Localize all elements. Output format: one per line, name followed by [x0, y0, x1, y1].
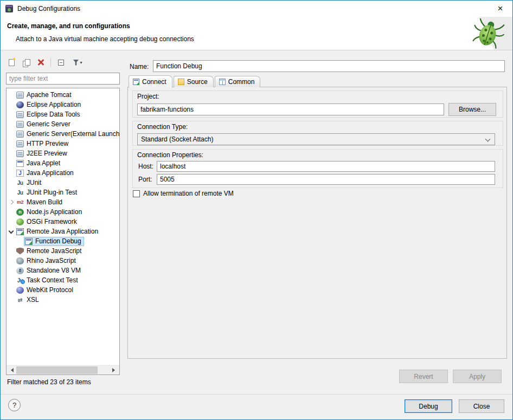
- tree-expander-spacer: [7, 90, 15, 100]
- help-button[interactable]: ?: [8, 399, 21, 411]
- tree-item-http-preview[interactable]: HTTP Preview: [7, 139, 119, 148]
- tree-item-eclipse-application[interactable]: Eclipse Application: [7, 100, 119, 109]
- tab-connect[interactable]: Connect: [129, 75, 172, 88]
- scroll-left-button[interactable]: [7, 366, 16, 374]
- tree-item-generic-server[interactable]: Generic Server: [7, 119, 119, 129]
- filter-options-button[interactable]: ▾: [69, 56, 86, 69]
- tree-item-label: Task Context Test: [27, 276, 78, 284]
- tree-item-apache-tomcat[interactable]: Apache Tomcat: [7, 90, 119, 100]
- tree-item-java-application[interactable]: Java Application: [7, 168, 119, 178]
- tree-item-eclipse-data-tools[interactable]: Eclipse Data Tools: [7, 109, 119, 119]
- tree-item-node-js-application[interactable]: Node.js Application: [7, 207, 119, 217]
- remote-java-icon: [16, 228, 24, 235]
- bug-icon: [471, 18, 505, 50]
- tree-collapsed-chevron-icon[interactable]: [7, 197, 15, 207]
- tree-item-label: Eclipse Application: [27, 101, 81, 108]
- revert-button[interactable]: Revert: [399, 370, 448, 383]
- tree-item-label: Apache Tomcat: [27, 91, 72, 99]
- port-input[interactable]: [157, 174, 495, 185]
- applet-icon: [16, 160, 24, 167]
- tree-expander-spacer: [7, 148, 15, 158]
- tree-expander-spacer: [7, 188, 15, 197]
- tree-item-j2ee-preview[interactable]: J2EE Preview: [7, 148, 119, 158]
- tab-common[interactable]: Common: [215, 76, 261, 87]
- tree-item-body: Eclipse Data Tools: [15, 110, 83, 119]
- footer-separator: [1, 394, 512, 395]
- scrollbar-track[interactable]: [16, 366, 110, 374]
- close-window-button[interactable]: ×: [488, 1, 512, 16]
- tree-item-osgi-framework[interactable]: OSGi Framework: [7, 217, 119, 227]
- tree-item-junit-plug-in-test[interactable]: JUnit Plug-in Test: [7, 188, 119, 197]
- tree-expander-spacer: [7, 246, 15, 256]
- tree-expander-spacer: [7, 119, 15, 129]
- tree-item-remote-java-application[interactable]: Remote Java Application: [7, 227, 119, 236]
- duplicate-configuration-button[interactable]: [20, 56, 33, 69]
- common-tab-icon: [219, 79, 226, 85]
- delete-configuration-button[interactable]: [34, 56, 47, 69]
- allow-termination-checkbox[interactable]: [133, 190, 140, 197]
- scroll-right-button[interactable]: [110, 366, 119, 374]
- tree-item-body: Generic Server(External Launch): [15, 130, 119, 139]
- tree-item-body: Remote Java Application: [15, 227, 101, 236]
- tree-item-webkit-protocol[interactable]: WebKit Protocol: [7, 285, 119, 295]
- webkit-icon: [16, 287, 24, 294]
- tree-expander-spacer: [7, 168, 15, 178]
- tree-item-java-applet[interactable]: Java Applet: [7, 158, 119, 168]
- browse-button[interactable]: Browse...: [448, 103, 496, 116]
- titlebar: Debug Configurations ×: [1, 1, 512, 17]
- server-icon: [16, 150, 24, 157]
- tree-item-body: Rhino JavaScript: [15, 256, 79, 266]
- tree-item-label: Standalone V8 VM: [27, 267, 81, 274]
- tree-item-standalone-v8-vm[interactable]: Standalone V8 VM: [7, 266, 119, 275]
- tree-item-label: Maven Build: [27, 198, 62, 206]
- tree-item-body: Node.js Application: [15, 208, 85, 217]
- host-input[interactable]: [157, 161, 495, 172]
- tree-item-junit[interactable]: JUnit: [7, 178, 119, 188]
- new-configuration-button[interactable]: [5, 56, 18, 69]
- debug-button[interactable]: Debug: [405, 399, 452, 413]
- tree-item-body: OSGi Framework: [15, 217, 80, 227]
- filter-status: Filter matched 23 of 23 items: [7, 378, 91, 386]
- tree-expanded-chevron-icon[interactable]: [7, 227, 15, 236]
- tree-item-body: Task Context Test: [15, 276, 81, 285]
- tree-item-rhino-javascript[interactable]: Rhino JavaScript: [7, 256, 119, 266]
- tree-item-label: Generic Server(External Launch): [27, 130, 119, 138]
- scrollbar-thumb[interactable]: [16, 366, 98, 374]
- tree-item-label: J2EE Preview: [27, 150, 67, 157]
- tree-item-remote-javascript[interactable]: Remote JavaScript: [7, 246, 119, 256]
- connection-type-value: Standard (Socket Attach): [141, 135, 213, 143]
- tree-item-maven-build[interactable]: Maven Build: [7, 197, 119, 207]
- project-input[interactable]: [137, 104, 444, 115]
- name-input[interactable]: [153, 60, 505, 72]
- tab-source[interactable]: Source: [174, 76, 214, 87]
- filter-input[interactable]: [6, 73, 120, 85]
- connection-properties-group: Connection Properties: Host: Port:: [132, 149, 503, 188]
- server-icon: [16, 111, 24, 118]
- tree-item-label: XSL: [27, 296, 39, 303]
- java-icon: [16, 170, 24, 177]
- tree-item-function-debug[interactable]: Function Debug: [7, 236, 119, 246]
- eclipse-icon: [16, 101, 24, 108]
- apply-button[interactable]: Apply: [453, 370, 502, 383]
- tree-item-label: OSGi Framework: [27, 218, 77, 225]
- project-group: Project: Browse...: [132, 91, 503, 118]
- horizontal-scrollbar[interactable]: [7, 365, 119, 374]
- tree-item-task-context-test[interactable]: Task Context Test: [7, 275, 119, 285]
- server-icon: [16, 131, 24, 138]
- dropdown-caret-icon: ▾: [80, 60, 82, 65]
- collapse-all-button[interactable]: [54, 56, 67, 69]
- tree-item-xsl[interactable]: XSL: [7, 295, 119, 305]
- tree-expander-spacer: [7, 109, 15, 119]
- connection-type-combo[interactable]: Standard (Socket Attach): [137, 133, 495, 145]
- tab-connect-label: Connect: [142, 78, 166, 86]
- debug-configurations-icon: [5, 4, 14, 13]
- close-button[interactable]: Close: [459, 399, 504, 413]
- tab-bar: Connect Source Common: [129, 75, 261, 87]
- tree-expander-spacer: [7, 295, 15, 305]
- delete-icon: [37, 59, 44, 66]
- filter-icon: [73, 60, 79, 66]
- tree-item-body: Java Applet: [15, 159, 63, 168]
- tree-item-body: J2EE Preview: [15, 149, 70, 158]
- allow-termination-row: Allow termination of remote VM: [133, 190, 234, 197]
- tree-item-generic-server-external-launch[interactable]: Generic Server(External Launch): [7, 129, 119, 139]
